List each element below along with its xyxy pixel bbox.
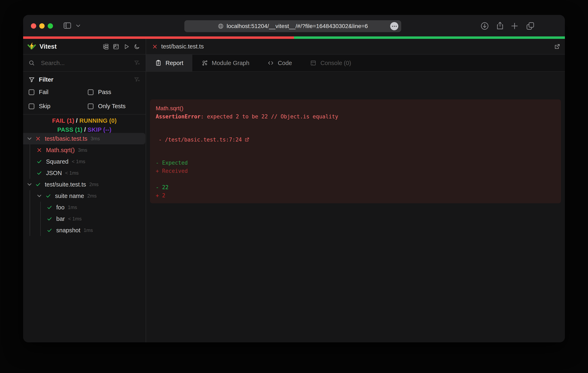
checkbox-box: [88, 104, 94, 109]
chevron-down-icon[interactable]: [27, 136, 32, 140]
sidebar-header: Vitest: [23, 39, 146, 55]
report-view: Math.sqrt() AssertionError: expected 2 t…: [146, 72, 565, 342]
checkbox-pass[interactable]: Pass: [88, 89, 111, 95]
summary-line-1: FAIL (1) / RUNNING (0): [23, 116, 146, 125]
view-tabbar: Report Module Graph: [146, 55, 565, 72]
test-progress-bar: [23, 36, 565, 39]
tree-row-snapshot[interactable]: snapshot 1ms: [23, 225, 145, 236]
filter-section: Filter Fail Pass Skip: [23, 72, 146, 114]
sidebar: Vitest: [23, 39, 146, 342]
tree-row-math-sqrt[interactable]: Math.sqrt() 3ms: [23, 144, 145, 156]
search-bar: [23, 55, 146, 72]
tree-row-foo[interactable]: foo 1ms: [23, 202, 145, 213]
failed-test-name: Math.sqrt(): [156, 104, 555, 113]
tree-row-bar[interactable]: bar < 1ms: [23, 213, 145, 225]
chevron-down-icon[interactable]: [27, 182, 32, 186]
search-input[interactable]: [41, 60, 134, 66]
tree-row-suite-name[interactable]: suite name 2ms: [23, 190, 145, 202]
globe-icon: [218, 23, 224, 29]
tab-module-graph[interactable]: Module Graph: [192, 55, 258, 71]
dark-mode-icon[interactable]: [134, 43, 140, 50]
minimize-window-button[interactable]: [39, 23, 45, 29]
progress-fail-segment: [23, 36, 294, 39]
pass-count: PASS (1): [57, 126, 83, 133]
open-file-name: test/basic.test.ts: [161, 43, 204, 50]
new-tab-icon[interactable]: [510, 21, 519, 31]
stack-trace-link[interactable]: - /test/basic.test.ts:7:24: [156, 121, 555, 159]
vitest-logo-icon: [27, 41, 36, 51]
close-window-button[interactable]: [31, 23, 36, 29]
pass-check-icon: [47, 216, 52, 221]
checkbox-box: [29, 104, 34, 109]
more-options-button[interactable]: [390, 22, 398, 30]
open-in-editor-icon[interactable]: [554, 43, 560, 50]
app-title: Vitest: [40, 43, 57, 50]
checkbox-fail[interactable]: Fail: [29, 89, 49, 95]
diff-blank-line: [156, 175, 555, 183]
external-link-icon: [244, 121, 289, 159]
tab-report[interactable]: Report: [146, 55, 192, 71]
browser-window: localhost:51204/__vitest__/#/?file=16484…: [23, 15, 565, 342]
share-icon[interactable]: [495, 21, 504, 30]
diff-expected-label: - Expected: [156, 159, 555, 167]
chevron-down-icon[interactable]: [37, 193, 41, 197]
fail-x-icon: [152, 44, 158, 49]
pass-check-icon: [46, 193, 51, 198]
file-header: test/basic.test.ts: [146, 39, 565, 55]
search-icon: [29, 60, 35, 66]
progress-pass-segment: [294, 36, 565, 39]
module-graph-icon: [201, 60, 208, 66]
checkbox-box: [29, 89, 34, 95]
checkbox-skip[interactable]: Skip: [29, 103, 50, 110]
pass-check-icon: [37, 159, 42, 164]
clear-filters-icon[interactable]: [134, 77, 140, 83]
fail-count: FAIL (1): [52, 117, 74, 124]
chevron-down-icon[interactable]: [76, 24, 80, 27]
downloads-icon[interactable]: [480, 21, 489, 31]
dashboard-icon[interactable]: [113, 43, 119, 50]
rerun-all-icon[interactable]: [123, 43, 129, 50]
checkbox-only-tests[interactable]: Only Tests: [88, 103, 126, 110]
console-icon: [310, 60, 316, 66]
filter-title: Filter: [39, 76, 53, 83]
checkbox-box: [88, 89, 94, 95]
fail-x-icon: [35, 136, 41, 141]
code-icon: [267, 60, 274, 66]
pass-check-icon: [37, 170, 42, 176]
collapse-tests-icon[interactable]: [103, 43, 109, 50]
running-count: RUNNING (0): [79, 117, 117, 124]
url-text: localhost:51204/__vitest__/#/?file=16484…: [227, 23, 368, 30]
pass-check-icon: [35, 182, 41, 187]
pass-check-icon: [47, 205, 52, 210]
browser-titlebar: localhost:51204/__vitest__/#/?file=16484…: [23, 15, 565, 36]
main-panel: test/basic.test.ts Report: [146, 39, 565, 342]
address-bar[interactable]: localhost:51204/__vitest__/#/?file=16484…: [184, 20, 401, 32]
tree-row-squared[interactable]: Squared < 1ms: [23, 156, 145, 167]
diff-received-label: + Received: [156, 167, 555, 175]
diff-received-value: + 2: [156, 191, 555, 200]
tab-overview-icon[interactable]: [526, 21, 535, 31]
zoom-window-button[interactable]: [48, 23, 53, 29]
assertion-error-line: AssertionError: expected 2 to be 22 // O…: [156, 113, 555, 121]
pass-check-icon: [47, 228, 52, 233]
fail-x-icon: [37, 147, 42, 153]
tab-console[interactable]: Console (0): [301, 55, 360, 71]
test-tree: test/basic.test.ts 3ms Math.sqrt() 3ms S…: [23, 133, 145, 236]
error-report-panel: Math.sqrt() AssertionError: expected 2 t…: [150, 99, 561, 203]
filter-icon: [29, 77, 35, 83]
report-icon: [155, 60, 162, 66]
tree-row-json[interactable]: JSON < 1ms: [23, 167, 145, 179]
tab-code[interactable]: Code: [258, 55, 301, 71]
test-summary: FAIL (1) / RUNNING (0) PASS (1) / SKIP (…: [23, 114, 146, 133]
diff-expected-value: - 22: [156, 183, 555, 191]
sidebar-toggle-icon[interactable]: [63, 22, 71, 29]
tree-row-basic-test-file[interactable]: test/basic.test.ts 3ms: [23, 133, 145, 144]
tree-row-suite-test-file[interactable]: test/suite.test.ts 2ms: [23, 179, 145, 190]
skip-count: SKIP (--): [88, 126, 112, 133]
clear-search-filter-icon[interactable]: [134, 60, 140, 66]
vitest-ui: Vitest: [23, 39, 565, 342]
